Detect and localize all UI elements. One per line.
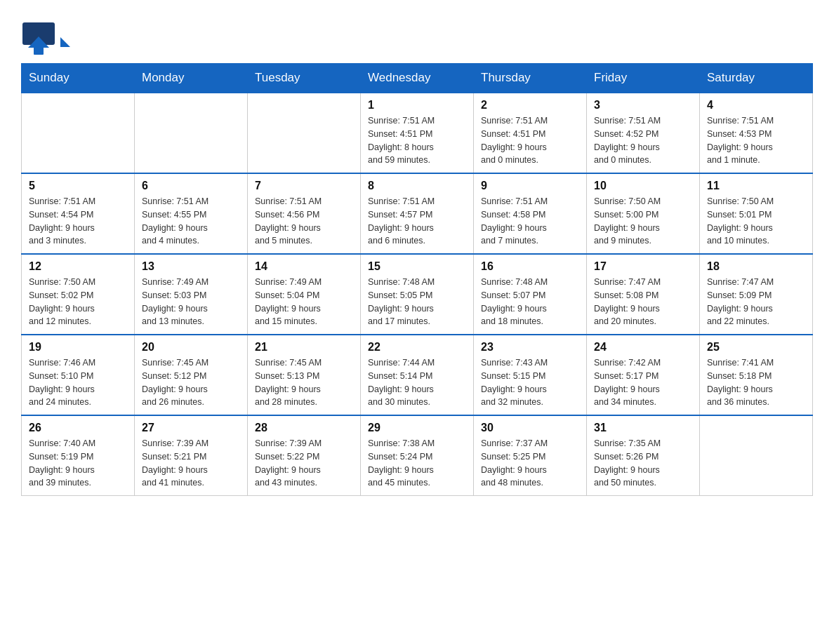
day-info: Sunrise: 7:43 AMSunset: 5:15 PMDaylight:… xyxy=(481,356,579,409)
calendar-week-row: 1Sunrise: 7:51 AMSunset: 4:51 PMDaylight… xyxy=(22,93,813,173)
day-info: Sunrise: 7:51 AMSunset: 4:57 PMDaylight:… xyxy=(368,195,466,248)
day-number: 16 xyxy=(481,260,579,273)
calendar-cell: 8Sunrise: 7:51 AMSunset: 4:57 PMDaylight… xyxy=(361,173,474,254)
day-info: Sunrise: 7:50 AMSunset: 5:00 PMDaylight:… xyxy=(594,195,692,248)
day-number: 20 xyxy=(142,341,240,354)
day-number: 28 xyxy=(255,422,353,434)
calendar-cell: 4Sunrise: 7:51 AMSunset: 4:53 PMDaylight… xyxy=(700,93,813,173)
day-info: Sunrise: 7:38 AMSunset: 5:24 PMDaylight:… xyxy=(368,437,466,490)
calendar-table: SundayMondayTuesdayWednesdayThursdayFrid… xyxy=(21,63,813,496)
day-info: Sunrise: 7:51 AMSunset: 4:54 PMDaylight:… xyxy=(29,195,127,248)
day-info: Sunrise: 7:51 AMSunset: 4:52 PMDaylight:… xyxy=(594,114,692,167)
calendar-cell xyxy=(248,93,361,173)
day-info: Sunrise: 7:47 AMSunset: 5:08 PMDaylight:… xyxy=(594,276,692,328)
day-info: Sunrise: 7:51 AMSunset: 4:51 PMDaylight:… xyxy=(368,114,466,167)
day-info: Sunrise: 7:51 AMSunset: 4:51 PMDaylight:… xyxy=(481,114,579,167)
calendar-header-sunday: Sunday xyxy=(22,64,135,93)
day-number: 27 xyxy=(142,422,240,434)
calendar-cell: 10Sunrise: 7:50 AMSunset: 5:00 PMDayligh… xyxy=(587,173,700,254)
day-number: 17 xyxy=(594,260,692,273)
calendar-cell: 3Sunrise: 7:51 AMSunset: 4:52 PMDaylight… xyxy=(587,93,700,173)
calendar-cell: 2Sunrise: 7:51 AMSunset: 4:51 PMDaylight… xyxy=(474,93,587,173)
calendar-header-wednesday: Wednesday xyxy=(361,64,474,93)
day-number: 26 xyxy=(29,422,127,434)
calendar-cell xyxy=(700,415,813,496)
day-number: 19 xyxy=(29,341,127,354)
day-info: Sunrise: 7:49 AMSunset: 5:03 PMDaylight:… xyxy=(142,276,240,328)
day-info: Sunrise: 7:50 AMSunset: 5:01 PMDaylight:… xyxy=(707,195,805,248)
calendar-cell xyxy=(22,93,135,173)
calendar-header-friday: Friday xyxy=(587,64,700,93)
calendar-cell: 9Sunrise: 7:51 AMSunset: 4:58 PMDaylight… xyxy=(474,173,587,254)
day-number: 8 xyxy=(368,180,466,192)
day-number: 4 xyxy=(707,99,805,112)
day-number: 14 xyxy=(255,260,353,273)
calendar-week-row: 19Sunrise: 7:46 AMSunset: 5:10 PMDayligh… xyxy=(22,335,813,415)
day-number: 9 xyxy=(481,180,579,192)
calendar-cell: 22Sunrise: 7:44 AMSunset: 5:14 PMDayligh… xyxy=(361,335,474,415)
day-info: Sunrise: 7:39 AMSunset: 5:21 PMDaylight:… xyxy=(142,437,240,490)
day-info: Sunrise: 7:45 AMSunset: 5:12 PMDaylight:… xyxy=(142,356,240,409)
calendar-cell xyxy=(135,93,248,173)
day-info: Sunrise: 7:49 AMSunset: 5:04 PMDaylight:… xyxy=(255,276,353,328)
day-number: 23 xyxy=(481,341,579,354)
day-info: Sunrise: 7:40 AMSunset: 5:19 PMDaylight:… xyxy=(29,437,127,490)
day-number: 22 xyxy=(368,341,466,354)
day-number: 12 xyxy=(29,260,127,273)
day-info: Sunrise: 7:51 AMSunset: 4:55 PMDaylight:… xyxy=(142,195,240,248)
calendar-week-row: 26Sunrise: 7:40 AMSunset: 5:19 PMDayligh… xyxy=(22,415,813,496)
day-info: Sunrise: 7:42 AMSunset: 5:17 PMDaylight:… xyxy=(594,356,692,409)
day-info: Sunrise: 7:37 AMSunset: 5:25 PMDaylight:… xyxy=(481,437,579,490)
calendar-cell: 20Sunrise: 7:45 AMSunset: 5:12 PMDayligh… xyxy=(135,335,248,415)
calendar-week-row: 5Sunrise: 7:51 AMSunset: 4:54 PMDaylight… xyxy=(22,173,813,254)
calendar-cell: 23Sunrise: 7:43 AMSunset: 5:15 PMDayligh… xyxy=(474,335,587,415)
day-info: Sunrise: 7:51 AMSunset: 4:53 PMDaylight:… xyxy=(707,114,805,167)
day-info: Sunrise: 7:50 AMSunset: 5:02 PMDaylight:… xyxy=(29,276,127,328)
calendar-cell: 12Sunrise: 7:50 AMSunset: 5:02 PMDayligh… xyxy=(22,254,135,335)
calendar-header-saturday: Saturday xyxy=(700,64,813,93)
day-number: 1 xyxy=(368,99,466,112)
day-info: Sunrise: 7:39 AMSunset: 5:22 PMDaylight:… xyxy=(255,437,353,490)
day-number: 13 xyxy=(142,260,240,273)
day-number: 6 xyxy=(142,180,240,192)
page-header xyxy=(21,14,813,56)
calendar-header-tuesday: Tuesday xyxy=(248,64,361,93)
calendar-cell: 6Sunrise: 7:51 AMSunset: 4:55 PMDaylight… xyxy=(135,173,248,254)
calendar-cell: 15Sunrise: 7:48 AMSunset: 5:05 PMDayligh… xyxy=(361,254,474,335)
calendar-cell: 31Sunrise: 7:35 AMSunset: 5:26 PMDayligh… xyxy=(587,415,700,496)
calendar-cell: 17Sunrise: 7:47 AMSunset: 5:08 PMDayligh… xyxy=(587,254,700,335)
calendar-cell: 16Sunrise: 7:48 AMSunset: 5:07 PMDayligh… xyxy=(474,254,587,335)
day-number: 21 xyxy=(255,341,353,354)
day-number: 11 xyxy=(707,180,805,192)
calendar-cell: 19Sunrise: 7:46 AMSunset: 5:10 PMDayligh… xyxy=(22,335,135,415)
calendar-cell: 26Sunrise: 7:40 AMSunset: 5:19 PMDayligh… xyxy=(22,415,135,496)
day-info: Sunrise: 7:45 AMSunset: 5:13 PMDaylight:… xyxy=(255,356,353,409)
calendar-cell: 30Sunrise: 7:37 AMSunset: 5:25 PMDayligh… xyxy=(474,415,587,496)
day-number: 2 xyxy=(481,99,579,112)
day-number: 25 xyxy=(707,341,805,354)
day-number: 29 xyxy=(368,422,466,434)
day-info: Sunrise: 7:44 AMSunset: 5:14 PMDaylight:… xyxy=(368,356,466,409)
calendar-cell: 18Sunrise: 7:47 AMSunset: 5:09 PMDayligh… xyxy=(700,254,813,335)
day-number: 10 xyxy=(594,180,692,192)
calendar-week-row: 12Sunrise: 7:50 AMSunset: 5:02 PMDayligh… xyxy=(22,254,813,335)
day-number: 15 xyxy=(368,260,466,273)
day-info: Sunrise: 7:51 AMSunset: 4:58 PMDaylight:… xyxy=(481,195,579,248)
calendar-cell: 24Sunrise: 7:42 AMSunset: 5:17 PMDayligh… xyxy=(587,335,700,415)
day-number: 7 xyxy=(255,180,353,192)
day-info: Sunrise: 7:48 AMSunset: 5:05 PMDaylight:… xyxy=(368,276,466,328)
day-info: Sunrise: 7:48 AMSunset: 5:07 PMDaylight:… xyxy=(481,276,579,328)
calendar-cell: 21Sunrise: 7:45 AMSunset: 5:13 PMDayligh… xyxy=(248,335,361,415)
calendar-cell: 25Sunrise: 7:41 AMSunset: 5:18 PMDayligh… xyxy=(700,335,813,415)
day-number: 3 xyxy=(594,99,692,112)
calendar-header-monday: Monday xyxy=(135,64,248,93)
day-number: 30 xyxy=(481,422,579,434)
calendar-header-thursday: Thursday xyxy=(474,64,587,93)
calendar-cell: 27Sunrise: 7:39 AMSunset: 5:21 PMDayligh… xyxy=(135,415,248,496)
day-number: 5 xyxy=(29,180,127,192)
day-info: Sunrise: 7:35 AMSunset: 5:26 PMDaylight:… xyxy=(594,437,692,490)
day-info: Sunrise: 7:51 AMSunset: 4:56 PMDaylight:… xyxy=(255,195,353,248)
svg-rect-2 xyxy=(34,46,44,55)
calendar-cell: 14Sunrise: 7:49 AMSunset: 5:04 PMDayligh… xyxy=(248,254,361,335)
calendar-header-row: SundayMondayTuesdayWednesdayThursdayFrid… xyxy=(22,64,813,93)
